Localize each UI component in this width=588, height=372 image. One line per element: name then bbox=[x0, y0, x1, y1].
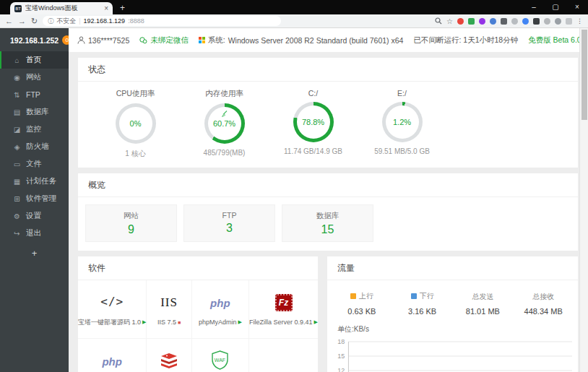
extension-icon[interactable] bbox=[544, 18, 550, 25]
overview-panel-title: 概览 bbox=[78, 173, 578, 197]
software-item-iis-1[interactable]: IIS IIS 7.5 ■ bbox=[147, 280, 191, 339]
sidebar-add-button[interactable]: + bbox=[0, 242, 69, 259]
software-item-deploy-code-0[interactable]: </> 宝塔一键部署源码 1.0 ▶ bbox=[78, 280, 147, 339]
software-name: 宝塔一键部署源码 1.0 bbox=[78, 318, 141, 327]
uptime-label: 已不间断运行: 1天1小时18分钟 bbox=[413, 35, 518, 46]
close-button[interactable]: × bbox=[566, 0, 588, 14]
extension-icon[interactable] bbox=[555, 18, 561, 25]
wechat-bind-label: 未绑定微信 bbox=[150, 35, 189, 46]
gauge-detail: 59.51 MB/5.0 GB bbox=[358, 147, 446, 155]
overview-card-ftp[interactable]: FTP 3 bbox=[183, 204, 275, 242]
firewall-icon: ◈ bbox=[13, 143, 21, 151]
back-icon[interactable]: ← bbox=[5, 17, 13, 25]
extension-icon[interactable] bbox=[479, 18, 485, 25]
sidebar-item-website[interactable]: ◉ 网站 bbox=[0, 69, 69, 86]
user-icon bbox=[77, 36, 85, 44]
software-item-filezilla-3[interactable]: Fz FileZilla Server 0.9.41 ▶ bbox=[249, 280, 318, 339]
sidebar-item-label: 监控 bbox=[26, 124, 41, 134]
sidebar-item-ftp[interactable]: ⇅ FTP bbox=[0, 86, 69, 103]
overview-card-sites[interactable]: 网站 9 bbox=[85, 204, 177, 242]
gauge-percent: 60.7% bbox=[213, 119, 235, 128]
extension-icon[interactable] bbox=[457, 18, 464, 25]
sidebar-item-logout[interactable]: ↪ 退出 bbox=[0, 225, 69, 242]
extension-icon[interactable] bbox=[501, 18, 507, 25]
gauge-detail: 11.74 GB/14.9 GB bbox=[269, 147, 358, 155]
cron-icon: ▦ bbox=[13, 178, 21, 186]
server-ip-header[interactable]: 192.168.1.252 0 bbox=[0, 28, 69, 51]
traffic-area-chart: 181512963 bbox=[330, 336, 572, 372]
software-panel: 软件 </> 宝塔一键部署源码 1.0 ▶IIS IIS 7.5 ■php ph… bbox=[78, 256, 318, 372]
overview-card-label: 数据库 bbox=[282, 211, 373, 221]
ftp-icon: ⇅ bbox=[13, 91, 21, 99]
extension-icon[interactable] bbox=[490, 18, 496, 25]
gauge-memory: 内存使用率 60.7% 485/799(MB) bbox=[180, 89, 269, 159]
software-item-php-2[interactable]: php phpMyAdmin ▶ bbox=[192, 280, 249, 339]
chrome-menu-icon[interactable]: ⋮ bbox=[576, 17, 583, 25]
software-state-icon[interactable]: ▶ bbox=[314, 319, 318, 325]
gauge-ring: 78.8% bbox=[293, 102, 334, 142]
software-grid: </> 宝塔一键部署源码 1.0 ▶IIS IIS 7.5 ■php phpMy… bbox=[78, 280, 318, 372]
tab-close-icon[interactable]: × bbox=[104, 4, 108, 12]
extension-icon[interactable] bbox=[468, 18, 475, 25]
traffic-stat-label: 上行 bbox=[359, 291, 373, 301]
traffic-stat-3: 总接收 448.34 MB bbox=[513, 289, 574, 316]
svg-text:18: 18 bbox=[337, 338, 345, 345]
software-state-icon[interactable]: ▶ bbox=[142, 319, 146, 325]
software-state-icon[interactable]: ▶ bbox=[238, 319, 241, 325]
reload-icon[interactable]: ↻ bbox=[31, 17, 38, 25]
page-scrollbar[interactable] bbox=[579, 28, 588, 372]
system-value: Windows Server 2008 R2 Standard (build 7… bbox=[228, 36, 404, 45]
home-icon: ⌂ bbox=[13, 56, 21, 64]
sidebar-item-home[interactable]: ⌂ 首页 bbox=[0, 51, 69, 69]
sidebar-item-files[interactable]: ▭ 文件 bbox=[0, 155, 69, 173]
extension-icon[interactable] bbox=[522, 18, 529, 25]
sidebar-item-settings[interactable]: ⚙ 设置 bbox=[0, 207, 69, 225]
extension-icon[interactable] bbox=[533, 18, 540, 25]
sidebar-item-label: 文件 bbox=[26, 159, 41, 169]
software-item-php-4[interactable]: php PHP-5.2 ▶ bbox=[78, 339, 147, 372]
traffic-panel-title: 流量 bbox=[327, 256, 578, 280]
gauge-label: E:/ bbox=[358, 89, 446, 98]
gauge-label: 内存使用率 bbox=[180, 89, 269, 99]
bookmark-star-icon[interactable]: ☆ bbox=[446, 17, 453, 25]
overview-card-databases[interactable]: 数据库 15 bbox=[282, 204, 373, 242]
traffic-stat-label: 总接收 bbox=[532, 292, 554, 302]
sidebar-item-cron[interactable]: ▦ 计划任务 bbox=[0, 173, 69, 190]
new-tab-button[interactable]: + bbox=[120, 3, 125, 13]
monitor-icon: ◪ bbox=[13, 126, 21, 134]
browser-window: BT 宝塔Windows面板 × + – ▢ × ← → ↻ ⓘ 不安全 | 1… bbox=[0, 0, 588, 372]
gauge-label: CPU使用率 bbox=[91, 89, 180, 99]
browser-titlebar: BT 宝塔Windows面板 × + – ▢ × bbox=[0, 0, 588, 14]
forward-icon[interactable]: → bbox=[18, 17, 26, 25]
software-name: FileZilla Server 0.9.41 bbox=[249, 319, 313, 326]
account-info[interactable]: 136****7525 bbox=[77, 36, 129, 45]
sidebar-item-software[interactable]: ⊞ 软件管理 bbox=[0, 190, 69, 207]
maximize-button[interactable]: ▢ bbox=[545, 0, 566, 14]
extension-icon[interactable] bbox=[566, 18, 572, 25]
address-bar[interactable]: ⓘ 不安全 | 192.168.1.129:8888 bbox=[43, 16, 281, 26]
software-item-waf-6[interactable]: WAF 宝塔IIS防火墙 1.0 ▶ bbox=[192, 339, 249, 372]
windows-icon bbox=[199, 37, 205, 43]
free-memory-broom-icon[interactable] bbox=[220, 110, 228, 118]
traffic-stat-value: 3.16 KB bbox=[392, 307, 453, 316]
scrollbar-thumb[interactable] bbox=[581, 30, 587, 120]
search-icon[interactable] bbox=[435, 17, 442, 25]
browser-tab[interactable]: BT 宝塔Windows面板 × bbox=[10, 2, 113, 14]
window-controls: – ▢ × bbox=[523, 0, 588, 14]
svg-text:WAF: WAF bbox=[215, 358, 225, 363]
sidebar-item-database[interactable]: ▤ 数据库 bbox=[0, 103, 69, 121]
traffic-stat-value: 448.34 MB bbox=[513, 307, 574, 316]
gauge-label: C:/ bbox=[269, 89, 358, 98]
sidebar-item-firewall[interactable]: ◈ 防火墙 bbox=[0, 138, 69, 155]
overview-cards: 网站 9FTP 3数据库 15 bbox=[82, 197, 578, 251]
database-icon: ▤ bbox=[13, 108, 21, 116]
minimize-button[interactable]: – bbox=[523, 0, 545, 14]
software-item-redis-5[interactable]: redis 1.0 ▶ bbox=[147, 339, 191, 372]
wechat-bind-link[interactable]: 未绑定微信 bbox=[139, 35, 189, 46]
software-panel-title: 软件 bbox=[78, 256, 318, 280]
sidebar-item-monitor[interactable]: ◪ 监控 bbox=[0, 121, 69, 138]
software-state-icon[interactable]: ■ bbox=[178, 320, 181, 325]
tab-title: 宝塔Windows面板 bbox=[25, 4, 100, 13]
bottom-row: 软件 </> 宝塔一键部署源码 1.0 ▶IIS IIS 7.5 ■php ph… bbox=[78, 256, 578, 372]
extension-icon[interactable] bbox=[511, 18, 518, 25]
